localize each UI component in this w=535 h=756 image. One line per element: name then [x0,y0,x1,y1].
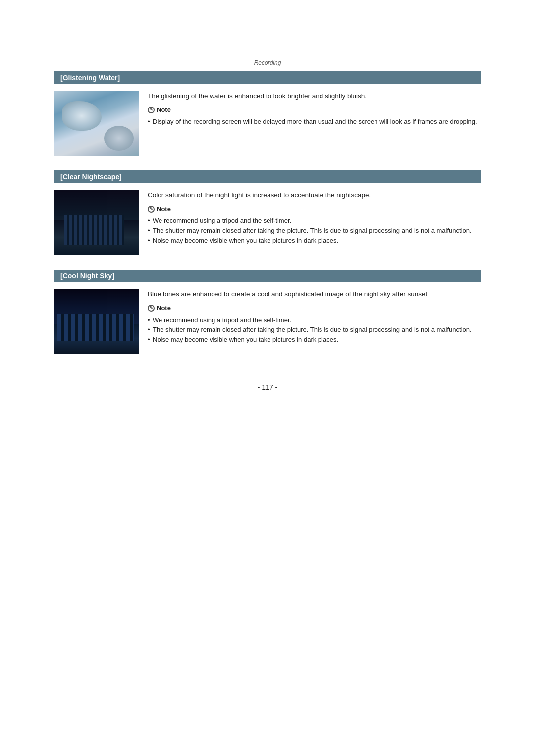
page-number: - 117 - [54,383,481,391]
section-clear-nightscape: [Clear Nightscape]Color saturation of th… [54,170,481,255]
clear-nightscape-body: Color saturation of the night light is i… [54,190,481,255]
glistening-water-note-title: Note [148,105,481,115]
glistening-water-note-block: NoteDisplay of the recording screen will… [148,105,481,127]
clear-nightscape-header: [Clear Nightscape] [54,170,481,183]
clear-nightscape-note-item-1: The shutter may remain closed after taki… [148,226,481,236]
cool-night-sky-body: Blue tones are enhanced to create a cool… [54,289,481,354]
cool-night-sky-note-block: NoteWe recommend using a tripod and the … [148,303,481,345]
cool-night-sky-note-list: We recommend using a tripod and the self… [148,315,481,345]
page-label: Recording [54,59,481,66]
cool-night-sky-note-icon [148,305,155,312]
page-content: Recording [Glistening Water]The glisteni… [54,0,481,431]
cool-night-sky-header: [Cool Night Sky] [54,270,481,282]
glistening-water-description: The glistening of the water is enhanced … [148,91,481,101]
clear-nightscape-note-item-2: Noise may become visible when you take p… [148,236,481,246]
section-glistening-water: [Glistening Water]The glistening of the … [54,71,481,156]
cool-night-sky-note-item-1: The shutter may remain closed after taki… [148,325,481,335]
clear-nightscape-note-block: NoteWe recommend using a tripod and the … [148,204,481,246]
cool-night-sky-note-item-0: We recommend using a tripod and the self… [148,315,481,325]
cool-night-sky-note-title: Note [148,303,481,313]
clear-nightscape-note-list: We recommend using a tripod and the self… [148,216,481,246]
glistening-water-note-list: Display of the recording screen will be … [148,117,481,127]
glistening-water-note-icon [148,107,155,113]
clear-nightscape-note-label: Note [157,204,171,214]
cool-night-sky-image [54,289,139,354]
glistening-water-note-label: Note [157,105,171,115]
section-cool-night-sky: [Cool Night Sky]Blue tones are enhanced … [54,270,481,354]
clear-nightscape-note-icon [148,206,155,213]
cool-night-sky-note-item-2: Noise may become visible when you take p… [148,335,481,345]
clear-nightscape-image [54,190,139,255]
cool-night-sky-content: Blue tones are enhanced to create a cool… [148,289,481,354]
cool-night-sky-description: Blue tones are enhanced to create a cool… [148,289,481,299]
clear-nightscape-content: Color saturation of the night light is i… [148,190,481,255]
clear-nightscape-note-item-0: We recommend using a tripod and the self… [148,216,481,226]
cool-night-sky-note-label: Note [157,303,171,313]
glistening-water-body: The glistening of the water is enhanced … [54,91,481,156]
glistening-water-content: The glistening of the water is enhanced … [148,91,481,156]
glistening-water-note-item-0: Display of the recording screen will be … [148,117,481,127]
glistening-water-header: [Glistening Water] [54,71,481,84]
sections-container: [Glistening Water]The glistening of the … [54,71,481,354]
glistening-water-image [54,91,139,156]
clear-nightscape-note-title: Note [148,204,481,214]
clear-nightscape-description: Color saturation of the night light is i… [148,190,481,200]
